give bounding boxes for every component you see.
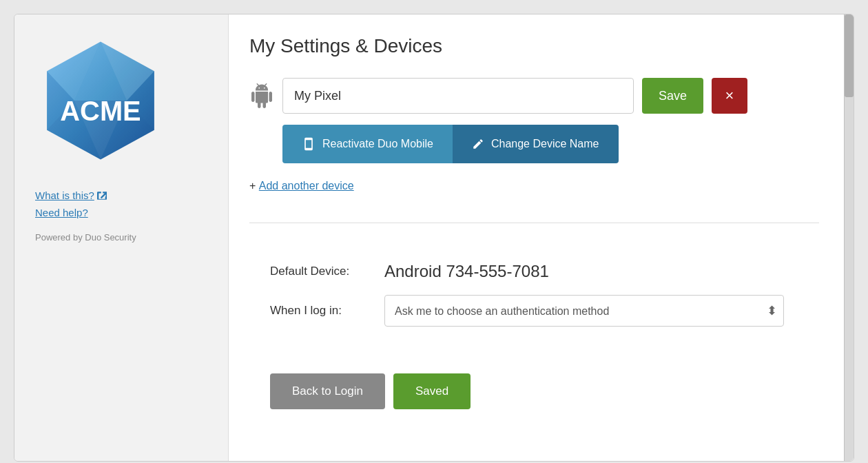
when-login-label: When I log in:	[270, 304, 373, 318]
save-button[interactable]: Save	[642, 78, 703, 114]
scrollbar[interactable]	[844, 14, 854, 461]
default-device-value: Android 734-555-7081	[384, 262, 549, 281]
need-help-link[interactable]: Need help?	[35, 207, 107, 218]
default-device-row: Default Device: Android 734-555-7081	[270, 262, 798, 281]
reactivate-duo-button[interactable]: Reactivate Duo Mobile	[282, 125, 453, 163]
when-login-select-wrapper: Ask me to choose an authentication metho…	[384, 295, 784, 327]
pencil-icon	[472, 138, 484, 150]
logo-container: ACME	[35, 35, 166, 169]
mobile-phone-icon	[302, 137, 316, 151]
acme-logo: ACME	[35, 35, 166, 166]
close-button[interactable]: ×	[712, 78, 747, 114]
settings-section: Default Device: Android 734-555-7081 Whe…	[249, 243, 819, 360]
device-name-input[interactable]	[282, 78, 634, 114]
scrollbar-thumb[interactable]	[845, 14, 854, 97]
change-device-name-button[interactable]: Change Device Name	[453, 125, 619, 163]
section-divider	[249, 223, 819, 223]
saved-button[interactable]: Saved	[393, 373, 471, 409]
default-device-label: Default Device:	[270, 265, 373, 278]
when-login-select[interactable]: Ask me to choose an authentication metho…	[384, 295, 784, 327]
plus-sign: +	[249, 180, 259, 192]
main-content: My Settings & Devices Save × Reactivate …	[228, 14, 854, 461]
action-buttons: Reactivate Duo Mobile Change Device Name	[282, 125, 819, 163]
sidebar-links: What is this? Need help?	[35, 189, 107, 218]
page-title: My Settings & Devices	[249, 35, 819, 57]
back-to-login-button[interactable]: Back to Login	[270, 373, 385, 409]
what-is-this-link[interactable]: What is this?	[35, 189, 107, 201]
android-icon	[249, 83, 274, 108]
external-link-icon	[97, 191, 107, 200]
main-window: ACME What is this? Need help? Powered by…	[14, 14, 854, 462]
sidebar: ACME What is this? Need help? Powered by…	[14, 14, 228, 461]
when-login-row: When I log in: Ask me to choose an authe…	[270, 295, 798, 327]
add-device-row: + Add another device	[249, 180, 819, 209]
powered-by-label: Powered by Duo Security	[35, 232, 136, 243]
svg-text:ACME: ACME	[60, 96, 141, 126]
add-another-device-link[interactable]: Add another device	[259, 180, 354, 192]
device-row: Save ×	[249, 78, 819, 114]
bottom-buttons: Back to Login Saved	[249, 373, 819, 409]
